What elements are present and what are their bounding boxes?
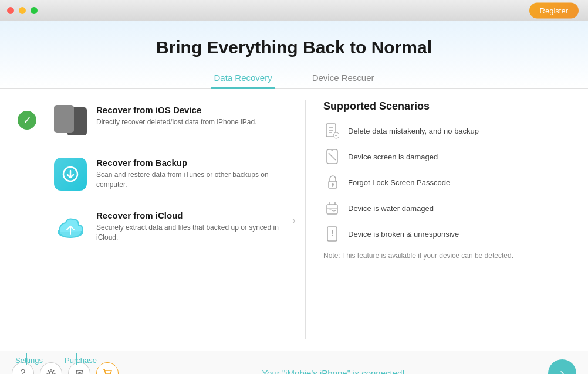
scenario-screen: Device screen is damaged [323,148,570,165]
scenario-delete: Delete data mistakenly, and no backup [323,122,570,140]
minimize-button[interactable] [19,7,26,14]
right-panel: Supported Scenarios Delete data mistaken… [306,89,588,351]
selection-indicator: ✓ [18,111,36,130]
bottom-bar: Settings Purchase ? ✉ Your "iMobie's iPh… [0,351,588,374]
settings-label: Settings [15,356,43,365]
delete-icon [323,122,341,140]
svg-rect-16 [327,205,337,214]
purchase-label: Purchase [65,356,97,365]
cart-button[interactable] [96,362,119,375]
maximize-button[interactable] [31,7,38,14]
next-button[interactable]: › [548,359,576,375]
option-ios-desc: Directly recover deleted/lost data from … [96,117,256,127]
hero-title: Bring Everything Back to Normal [0,38,588,57]
backup-icon [54,158,87,191]
screen-icon [323,148,341,165]
scenario-lock: Forgot Lock Screen Passcode [323,174,570,191]
hero-section: Bring Everything Back to Normal Data Rec… [0,21,588,89]
option-backup[interactable]: Recover from Backup Scan and restore dat… [48,153,305,195]
note-text: Note: This feature is available if your … [323,251,570,261]
scenario-water-text: Device is water damaged [348,204,434,213]
ios-device-icon [54,105,87,138]
connection-status: Your "iMobie's iPhone" is connected! [119,368,548,374]
svg-point-22 [49,372,53,375]
svg-text:!: ! [331,229,334,238]
option-backup-text: Recover from Backup Scan and restore dat… [96,158,299,190]
left-panel: ✓ Recover from iOS Device Directly recov… [0,89,305,351]
next-arrow-icon: › [292,213,296,226]
title-bar: Register [0,0,588,21]
option-ios-text: Recover from iOS Device Directly recover… [96,105,256,127]
scenario-broken-text: Device is broken & unresponsive [348,230,459,239]
lock-icon [323,174,341,191]
scenario-delete-text: Delete data mistakenly, and no backup [348,127,479,135]
scenario-broken: ! Device is broken & unresponsive [323,225,570,243]
purchase-tick [76,353,77,365]
close-button[interactable] [7,7,14,14]
option-backup-desc: Scan and restore data from iTunes or oth… [96,170,299,190]
option-icloud-title: Recover from iCloud [96,210,299,220]
svg-point-14 [332,183,334,186]
scenario-water: Device is water damaged [323,199,570,217]
supported-scenarios-title: Supported Scenarios [323,100,570,113]
tab-bar: Data Recovery Device Rescuer [0,68,588,89]
option-icloud[interactable]: Recover from iCloud Securely extract dat… [48,206,305,248]
option-backup-title: Recover from Backup [96,158,299,168]
settings-button[interactable] [40,362,62,375]
tab-device-rescuer[interactable]: Device Rescuer [310,68,377,89]
option-ios-device[interactable]: Recover from iOS Device Directly recover… [48,100,305,142]
content-area: ✓ Recover from iOS Device Directly recov… [0,89,588,351]
tab-data-recovery[interactable]: Data Recovery [211,68,274,89]
main-content: Bring Everything Back to Normal Data Rec… [0,21,588,351]
icloud-icon [54,210,87,243]
settings-tick [26,353,27,365]
window-controls [7,7,38,14]
water-icon [323,199,341,217]
option-ios-title: Recover from iOS Device [96,105,256,115]
option-icloud-desc: Securely extract data and files that bac… [96,223,299,243]
option-icloud-text: Recover from iCloud Securely extract dat… [96,210,299,243]
register-button[interactable]: Register [529,3,579,19]
scenario-lock-text: Forgot Lock Screen Passcode [348,178,450,187]
broken-icon: ! [323,225,341,243]
options-list: Recover from iOS Device Directly recover… [48,100,305,248]
scenario-screen-text: Device screen is damaged [348,152,438,161]
svg-line-12 [329,153,336,160]
